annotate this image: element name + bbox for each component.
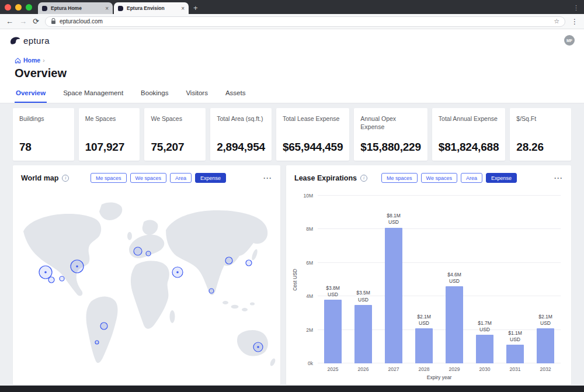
browser-tab-title: Eptura Home bbox=[51, 5, 102, 11]
browser-toolbar: ← → ⟳ epturacloud.com ☆ ⋮ bbox=[0, 14, 584, 29]
map-bubble[interactable] bbox=[95, 341, 99, 344]
lease-bar-2030[interactable]: $1.7MUSD bbox=[476, 335, 493, 363]
url-text: epturacloud.com bbox=[60, 18, 550, 25]
x-tick-label: 2028 bbox=[409, 366, 439, 372]
lease-bar-2032[interactable]: $2.1MUSD bbox=[537, 328, 554, 363]
address-bar[interactable]: epturacloud.com ☆ bbox=[45, 16, 565, 27]
map-bubble[interactable] bbox=[100, 322, 107, 329]
map-bubble[interactable] bbox=[225, 257, 232, 264]
kpi-value: 2,894,954 bbox=[217, 141, 265, 154]
kpi-label: Me Spaces bbox=[85, 115, 134, 123]
forward-icon[interactable]: → bbox=[19, 18, 27, 25]
map-bubble-dot bbox=[76, 265, 78, 268]
logo-text: eptura bbox=[23, 36, 50, 46]
page-title: Overview bbox=[15, 64, 584, 86]
map-bubble[interactable] bbox=[209, 289, 214, 293]
lease-bar-2028[interactable]: $2.1MUSD bbox=[415, 328, 433, 363]
tab-overview[interactable]: Overview bbox=[15, 86, 47, 103]
kpi-card-total-lease-expense: Total Lease Expense $65,944,459 bbox=[276, 108, 349, 161]
filter-area[interactable]: Area bbox=[170, 173, 192, 183]
minimize-window-button[interactable] bbox=[15, 4, 22, 11]
tab-close-icon[interactable]: × bbox=[181, 5, 185, 12]
y-axis-title: Cost USD bbox=[291, 196, 299, 363]
info-icon[interactable]: i bbox=[62, 175, 69, 182]
chart-x-axis: 20252026202720282029203020312032 bbox=[318, 363, 561, 372]
map-bubble-dot bbox=[176, 271, 179, 273]
filter-me-spaces[interactable]: Me spaces bbox=[381, 173, 418, 183]
home-icon bbox=[15, 57, 21, 64]
panels-row: World map i Me spaces We spaces Area Exp… bbox=[13, 165, 571, 385]
x-tick-label: 2032 bbox=[530, 366, 561, 372]
filter-we-spaces[interactable]: We spaces bbox=[130, 173, 166, 183]
x-tick-label: 2029 bbox=[439, 366, 470, 372]
bar-slot: $2.1MUSD bbox=[409, 196, 439, 363]
close-window-button[interactable] bbox=[5, 4, 11, 11]
breadcrumb-home-link[interactable]: Home bbox=[23, 57, 40, 64]
lease-bar-2027[interactable]: $8.1MUSD bbox=[385, 228, 402, 363]
lease-chart-plot: $3.8MUSD$3.5MUSD$8.1MUSD$2.1MUSD$4.6MUSD… bbox=[318, 196, 561, 363]
map-bubble[interactable] bbox=[146, 251, 151, 256]
more-options-icon[interactable]: ··· bbox=[263, 174, 272, 182]
bar-slot: $8.1MUSD bbox=[378, 196, 409, 363]
lease-bar-2031[interactable]: $1.1MUSD bbox=[506, 345, 524, 363]
filter-area[interactable]: Area bbox=[461, 173, 482, 183]
app-header: eptura MF bbox=[0, 29, 584, 51]
bar-value-label: $4.6MUSD bbox=[447, 272, 461, 285]
y-tick-label: 8M bbox=[306, 226, 313, 232]
lease-bar-2029[interactable]: $4.6MUSD bbox=[446, 286, 463, 363]
window-controls bbox=[5, 0, 32, 14]
zoom-window-button[interactable] bbox=[26, 4, 32, 11]
new-tab-button[interactable]: + bbox=[193, 4, 198, 14]
more-options-icon[interactable]: ··· bbox=[554, 174, 563, 182]
x-tick-label: 2025 bbox=[318, 366, 348, 372]
avatar[interactable]: MF bbox=[564, 35, 575, 46]
filter-expense[interactable]: Expense bbox=[195, 173, 226, 183]
kpi-card-total-annual-expense: Total Annual Expense $81,824,688 bbox=[432, 108, 505, 161]
map-bubble[interactable] bbox=[134, 247, 142, 255]
bookmark-star-icon[interactable]: ☆ bbox=[554, 18, 559, 25]
bar-value-label: $2.1MUSD bbox=[538, 314, 552, 327]
kpi-label: Total Annual Expense bbox=[439, 115, 499, 123]
eptura-logo-icon bbox=[9, 36, 21, 46]
kpi-value: $81,824,688 bbox=[439, 141, 499, 154]
tab-close-icon[interactable]: × bbox=[105, 5, 109, 12]
chart-bars: $3.8MUSD$3.5MUSD$8.1MUSD$2.1MUSD$4.6MUSD… bbox=[318, 196, 561, 363]
kpi-label: Total Area (sq.ft.) bbox=[217, 115, 265, 123]
filter-we-spaces[interactable]: We spaces bbox=[421, 173, 457, 183]
x-axis-title: Expiry year bbox=[318, 372, 561, 380]
kpi-value: 75,207 bbox=[151, 141, 199, 154]
lease-bar-2025[interactable]: $3.8MUSD bbox=[324, 300, 342, 363]
browser-menu-icon[interactable]: ⋮ bbox=[573, 4, 579, 14]
refresh-icon[interactable]: ⟳ bbox=[33, 18, 39, 25]
kpi-card-me-spaces: Me Spaces 107,927 bbox=[79, 108, 140, 161]
page-body: Buildings 78 Me Spaces 107,927 We Spaces… bbox=[0, 103, 584, 386]
filter-me-spaces[interactable]: Me spaces bbox=[91, 173, 127, 183]
bar-value-label: $2.1MUSD bbox=[417, 314, 431, 327]
info-icon[interactable]: i bbox=[360, 175, 367, 182]
browser-tab-eptura-envision[interactable]: Eptura Envision × bbox=[114, 2, 189, 14]
lease-bar-2026[interactable]: $3.5MUSD bbox=[354, 305, 372, 363]
filter-expense[interactable]: Expense bbox=[486, 173, 517, 183]
kpi-value: 78 bbox=[19, 141, 68, 154]
back-icon[interactable]: ← bbox=[6, 18, 13, 25]
bar-value-label: $3.5MUSD bbox=[356, 290, 370, 303]
y-tick-label: 10M bbox=[303, 193, 313, 199]
tab-bookings[interactable]: Bookings bbox=[140, 86, 169, 103]
kpi-card-buildings: Buildings 78 bbox=[13, 108, 74, 161]
kpi-value: 107,927 bbox=[85, 141, 134, 154]
map-bubble[interactable] bbox=[48, 277, 54, 283]
tab-visitors[interactable]: Visitors bbox=[185, 86, 209, 103]
bar-slot: $4.6MUSD bbox=[439, 196, 470, 363]
lease-filters: Me spaces We spaces Area Expense bbox=[381, 173, 517, 183]
tab-space-management[interactable]: Space Management bbox=[62, 86, 124, 103]
y-tick-label: 2M bbox=[306, 327, 313, 333]
toolbar-menu-icon[interactable]: ⋮ bbox=[571, 18, 578, 26]
browser-tab-eptura-home[interactable]: Eptura Home × bbox=[38, 2, 113, 14]
kpi-label: Total Lease Expense bbox=[283, 115, 343, 123]
map-bubble[interactable] bbox=[246, 260, 252, 266]
map-bubble[interactable] bbox=[60, 276, 64, 281]
browser-titlebar: Eptura Home × Eptura Envision × + ⋮ bbox=[0, 0, 584, 14]
bar-slot: $1.7MUSD bbox=[470, 196, 500, 363]
tab-assets[interactable]: Assets bbox=[224, 86, 247, 103]
bar-value-label: $1.1MUSD bbox=[508, 330, 522, 343]
